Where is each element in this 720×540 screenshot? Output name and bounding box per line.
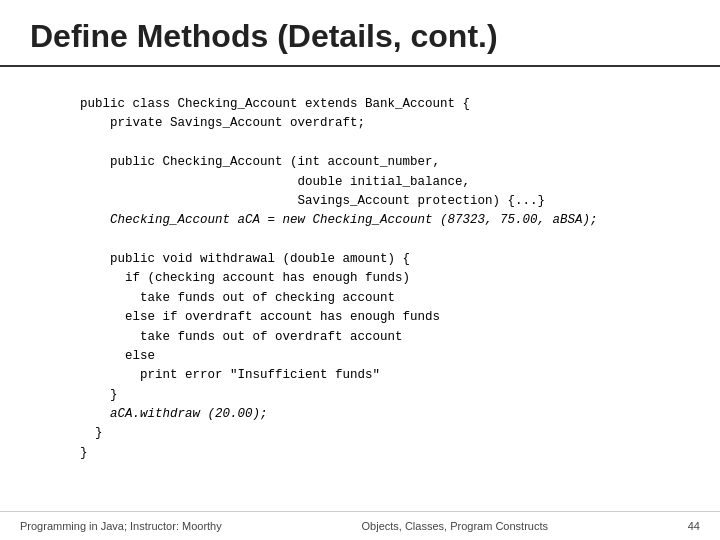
code-line-8 xyxy=(80,233,88,247)
footer: Programming in Java; Instructor: Moorthy… xyxy=(0,511,720,540)
code-line-14: else xyxy=(80,349,155,363)
code-line-5: double initial_balance, xyxy=(80,175,470,189)
code-block: public class Checking_Account extends Ba… xyxy=(80,95,680,463)
code-line-13: take funds out of overdraft account xyxy=(80,330,403,344)
code-line-7: Checking_Account aCA = new Checking_Acco… xyxy=(80,213,598,227)
code-line-10: if (checking account has enough funds) xyxy=(80,271,410,285)
slide: Define Methods (Details, cont.) public c… xyxy=(0,0,720,540)
code-line-3 xyxy=(80,136,88,150)
code-line-16: } xyxy=(80,388,118,402)
code-line-15: print error "Insufficient funds" xyxy=(80,368,380,382)
code-line-6: Savings_Account protection) {...} xyxy=(80,194,545,208)
footer-center: Objects, Classes, Program Constructs xyxy=(362,520,548,532)
content-area: public class Checking_Account extends Ba… xyxy=(0,67,720,473)
footer-left: Programming in Java; Instructor: Moorthy xyxy=(20,520,222,532)
footer-page-number: 44 xyxy=(688,520,700,532)
code-line-19: } xyxy=(80,446,88,460)
code-line-17: aCA.withdraw (20.00); xyxy=(80,407,268,421)
code-line-1: public class Checking_Account extends Ba… xyxy=(80,97,470,111)
code-line-4: public Checking_Account (int account_num… xyxy=(80,155,440,169)
code-line-9: public void withdrawal (double amount) { xyxy=(80,252,410,266)
code-line-11: take funds out of checking account xyxy=(80,291,395,305)
code-line-2: private Savings_Account overdraft; xyxy=(80,116,365,130)
code-line-18: } xyxy=(80,426,103,440)
title-area: Define Methods (Details, cont.) xyxy=(0,0,720,67)
slide-title: Define Methods (Details, cont.) xyxy=(30,18,690,55)
code-line-12: else if overdraft account has enough fun… xyxy=(80,310,440,324)
